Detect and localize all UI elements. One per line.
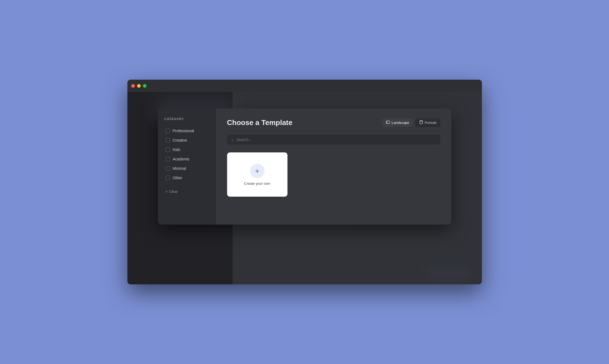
category-heading: CATEGORY: [165, 117, 209, 121]
filter-item-kids[interactable]: Kids: [165, 145, 209, 154]
clear-button[interactable]: × Clear: [165, 188, 209, 196]
search-input[interactable]: [237, 137, 436, 142]
clear-icon: ×: [166, 189, 168, 194]
titlebar: [127, 80, 482, 92]
template-modal: CATEGORY Professional Creative Kids: [158, 108, 451, 225]
svg-rect-1: [386, 121, 387, 124]
filter-checkbox-other[interactable]: [166, 176, 170, 180]
portrait-button[interactable]: Portrait: [415, 118, 440, 127]
search-icon: ⌕: [232, 137, 234, 142]
portrait-label: Portrait: [425, 121, 436, 125]
main-panel: Choose a Template Landscape: [216, 108, 451, 225]
search-bar: ⌕: [227, 135, 440, 145]
filter-checkbox-minimal[interactable]: [166, 166, 170, 171]
plus-circle: +: [250, 164, 264, 178]
filter-checkbox-kids[interactable]: [166, 147, 170, 152]
filter-list: Professional Creative Kids Academic: [165, 127, 209, 182]
create-your-own-card[interactable]: + Create your own: [227, 152, 287, 197]
filter-label-other: Other: [173, 176, 183, 180]
create-label: Create your own: [244, 181, 270, 186]
content-area: CATEGORY Professional Creative Kids: [127, 92, 482, 284]
landscape-button[interactable]: Landscape: [382, 118, 413, 127]
filter-label-kids: Kids: [173, 147, 180, 152]
landscape-icon: [386, 120, 390, 125]
window-body: CATEGORY Professional Creative Kids: [127, 92, 482, 284]
filter-item-other[interactable]: Other: [165, 174, 209, 182]
filter-item-creative[interactable]: Creative: [165, 136, 209, 144]
filter-checkbox-creative[interactable]: [166, 138, 170, 142]
filter-label-professional: Professional: [173, 129, 194, 133]
mac-window: CATEGORY Professional Creative Kids: [127, 80, 482, 284]
close-button[interactable]: [131, 84, 135, 88]
landscape-label: Landscape: [392, 121, 409, 125]
filter-item-minimal[interactable]: Minimal: [165, 164, 209, 173]
clear-label: Clear: [169, 189, 178, 194]
plus-icon: +: [255, 167, 259, 175]
filter-label-minimal: Minimal: [173, 166, 186, 171]
filter-label-creative: Creative: [173, 138, 187, 142]
minimize-button[interactable]: [137, 84, 141, 88]
filter-checkbox-academic[interactable]: [166, 157, 170, 161]
filter-checkbox-professional[interactable]: [166, 129, 170, 133]
filter-item-professional[interactable]: Professional: [165, 127, 209, 135]
template-grid: + Create your own: [227, 152, 440, 197]
filter-sidebar: CATEGORY Professional Creative Kids: [158, 108, 216, 225]
page-title: Choose a Template: [227, 118, 292, 127]
filter-label-academic: Academic: [173, 157, 190, 161]
maximize-button[interactable]: [143, 84, 147, 88]
svg-rect-3: [420, 121, 423, 122]
filter-item-academic[interactable]: Academic: [165, 155, 209, 163]
main-header: Choose a Template Landscape: [227, 118, 440, 127]
portrait-icon: [419, 120, 423, 125]
view-toggle: Landscape Portrait: [382, 118, 440, 127]
